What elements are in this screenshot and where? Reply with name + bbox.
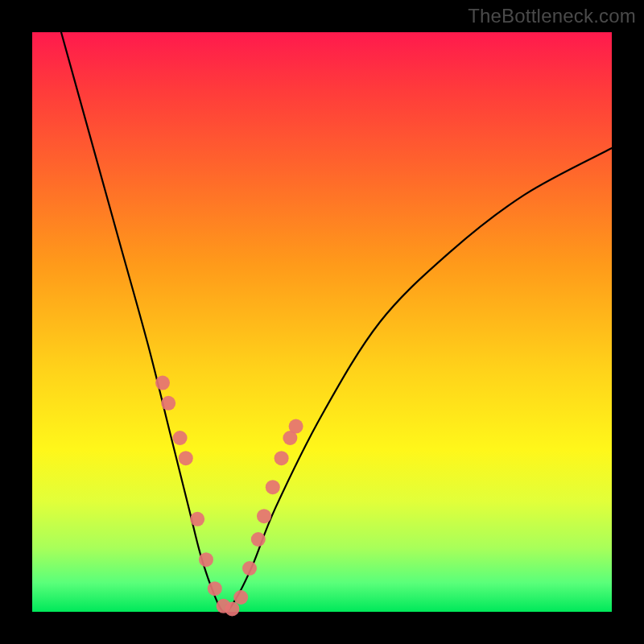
highlight-dot (266, 480, 280, 494)
highlight-dot (161, 396, 175, 411)
curve-svg (32, 32, 612, 612)
watermark-text: TheBottleneck.com (468, 5, 636, 27)
highlight-dot (208, 581, 222, 596)
highlight-dot (190, 512, 204, 526)
chart-frame: TheBottleneck.com (0, 0, 644, 644)
plot-area (32, 32, 612, 612)
highlight-dot (289, 419, 303, 434)
highlight-dot (179, 451, 193, 465)
highlight-dot (233, 590, 248, 605)
highlight-dot (225, 601, 239, 616)
highlight-dot (155, 376, 170, 390)
highlight-dot (242, 561, 257, 576)
highlight-dot (173, 431, 188, 445)
highlight-dot (199, 552, 213, 567)
highlight-dot (257, 509, 271, 523)
highlight-dot (251, 532, 266, 547)
highlight-dot (275, 451, 289, 465)
bottleneck-curve (61, 32, 612, 612)
